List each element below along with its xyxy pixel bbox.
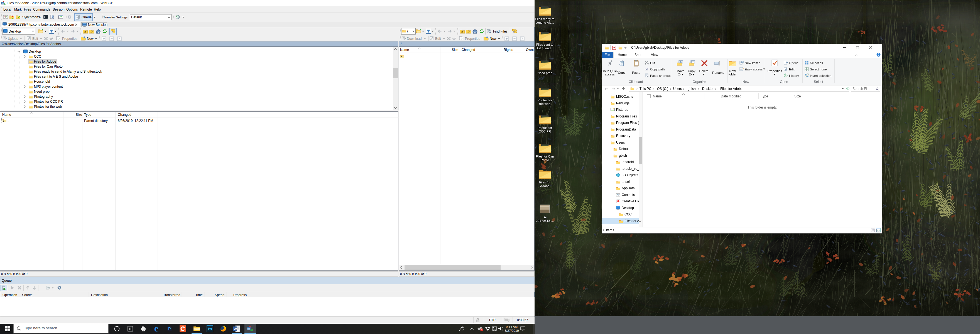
svg-text:Ps: Ps [208, 327, 212, 331]
svg-text:W: W [234, 327, 237, 331]
svg-text:?: ? [878, 53, 880, 56]
svg-text:P: P [168, 326, 171, 331]
